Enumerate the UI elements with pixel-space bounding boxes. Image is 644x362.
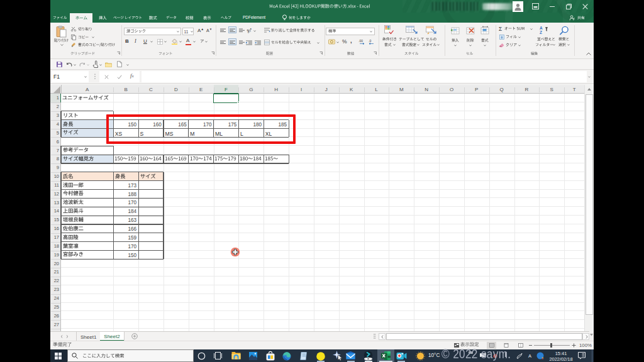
svg-text:.0: .0 xyxy=(369,39,371,43)
svg-text:A: A xyxy=(540,26,543,30)
svg-text:.00: .00 xyxy=(358,39,363,43)
svg-text:Z: Z xyxy=(540,30,542,35)
